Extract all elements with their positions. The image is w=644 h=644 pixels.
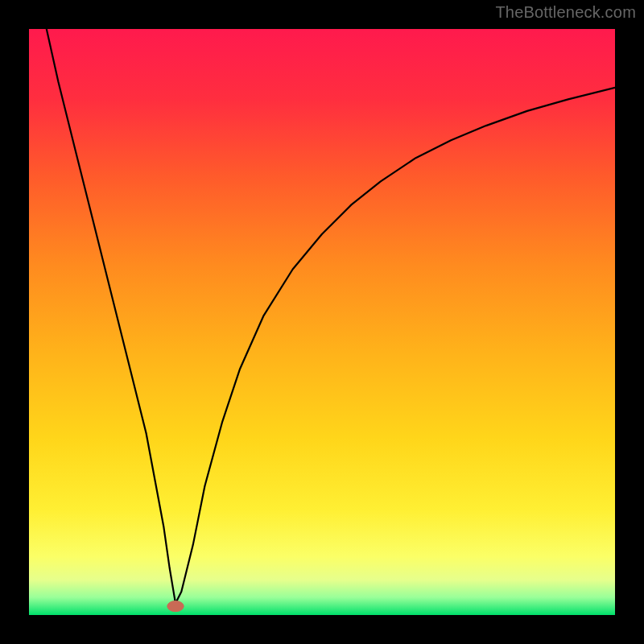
watermark-text: TheBottleneck.com xyxy=(495,3,636,22)
optimal-point-marker xyxy=(167,601,184,612)
plot-area xyxy=(29,29,615,615)
plot-svg xyxy=(29,29,615,615)
chart-frame: TheBottleneck.com xyxy=(0,0,644,644)
background-rect xyxy=(29,29,615,615)
